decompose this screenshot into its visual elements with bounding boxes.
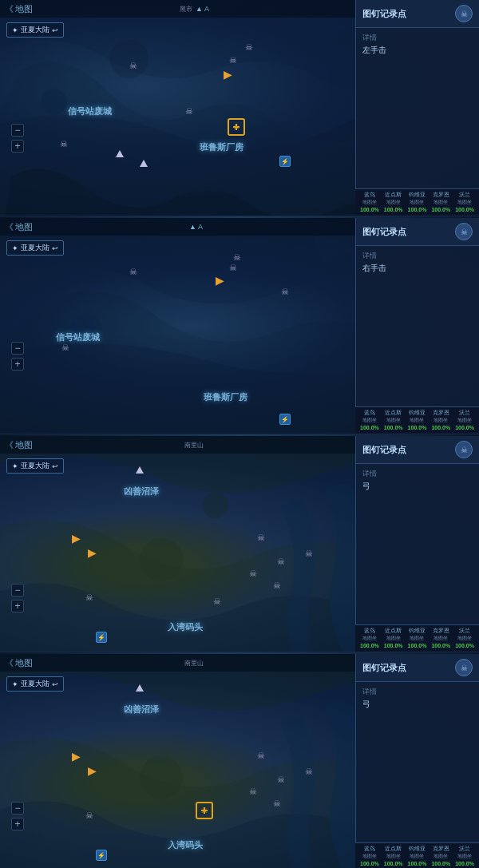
zoom-plus[interactable]: + — [11, 818, 24, 830]
stat-col: 蓝鸟 — [358, 846, 381, 852]
nav-marker: ▲ A — [196, 5, 209, 14]
stat-col: 近点斯 — [382, 628, 405, 634]
info-detail-label: 详情 — [362, 33, 473, 43]
stat-val: 100.0% — [382, 425, 405, 430]
map-panel-1: ☠☠☠☠☠☠−+▶⚡ 《 地图 黑市 ▲ A 📍 当前坐标(-221.9,304… — [0, 0, 479, 216]
stat-sub: 地图坐 — [406, 417, 429, 424]
stats-names-row: 蓝鸟近点斯钧维亚克罗恩沃兰 — [358, 410, 476, 416]
stat-col: 100.0% — [453, 207, 476, 212]
stat-col: 地图坐 — [382, 417, 405, 424]
info-detail-label: 详情 — [362, 251, 473, 261]
info-panel: 图钉记录点 ☠ 详情 弓 🗑 蓝鸟近点斯钧维亚克罗恩沃兰 地图坐地图坐地图坐地图… — [355, 436, 479, 652]
avatar-symbol: ☠ — [461, 664, 468, 672]
stat-col: 100.0% — [406, 643, 429, 648]
info-detail-label: 详情 — [362, 687, 473, 697]
brand-name: 亚夏大陆 — [21, 243, 49, 253]
stat-col: 近点斯 — [382, 846, 405, 852]
stat-col: 钧维亚 — [406, 410, 429, 416]
stat-name: 蓝鸟 — [358, 846, 381, 852]
back-button[interactable]: 《 地图 — [5, 657, 33, 669]
zoom-plus[interactable]: + — [11, 600, 24, 612]
brand-icon: ✦ — [12, 462, 18, 470]
nav-marker: ▲ A — [189, 223, 203, 231]
area-label: 入湾码头 — [168, 839, 203, 851]
stat-name: 钧维亚 — [406, 628, 429, 634]
info-detail-label: 详情 — [362, 469, 473, 479]
stat-col: 100.0% — [430, 425, 452, 430]
stats-sub-row: 地图坐地图坐地图坐地图坐地图坐 — [358, 635, 476, 642]
stat-val: 100.0% — [406, 425, 429, 430]
stat-name: 蓝鸟 — [358, 628, 381, 634]
stat-val: 100.0% — [358, 861, 381, 866]
stat-col: 蓝鸟 — [358, 628, 381, 634]
info-body: 详情 右手击 — [356, 246, 479, 414]
stats-vals-row: 100.0%100.0%100.0%100.0%100.0% — [358, 207, 476, 212]
stat-val: 100.0% — [430, 425, 452, 430]
stat-name: 钧维亚 — [406, 846, 429, 852]
stat-name: 钧维亚 — [406, 410, 429, 416]
stat-col: 地图坐 — [406, 853, 429, 860]
stat-name: 蓝鸟 — [358, 410, 381, 416]
back-icon: 《 — [5, 657, 14, 669]
stat-sub: 地图坐 — [358, 635, 381, 642]
stat-val: 100.0% — [430, 861, 452, 866]
info-panel: 图钉记录点 ☠ 详情 右手击 🗑 蓝鸟近点斯钧维亚克罗恩沃兰 地图坐地图坐地图坐… — [355, 218, 479, 434]
brand-icon: ✦ — [12, 244, 18, 252]
avatar-icon: ☠ — [455, 5, 473, 22]
stat-col: 100.0% — [430, 861, 452, 866]
svg-point-1 — [110, 39, 149, 78]
region-label: 南里山 — [184, 659, 204, 668]
info-panel-title: 图钉记录点 — [362, 662, 406, 674]
stat-col: 地图坐 — [453, 853, 476, 860]
stat-val: 100.0% — [358, 425, 381, 430]
zoom-minus[interactable]: − — [11, 584, 24, 597]
stat-sub: 地图坐 — [406, 199, 429, 206]
stat-sub: 地图坐 — [382, 635, 405, 642]
back-icon: 《 — [5, 221, 14, 233]
brand-action[interactable]: ↩ — [52, 244, 58, 252]
stat-col: 地图坐 — [430, 853, 452, 860]
stat-sub: 地图坐 — [430, 417, 452, 424]
stat-col: 克罗恩 — [430, 192, 452, 198]
stat-name: 沃兰 — [453, 410, 476, 416]
zoom-minus[interactable]: − — [11, 342, 24, 355]
area-label: 凶善沼泽 — [124, 704, 159, 715]
zoom-plus[interactable]: + — [11, 140, 24, 153]
brand-name: 亚夏大陆 — [21, 679, 49, 689]
stat-col: 地图坐 — [382, 199, 405, 206]
stat-col: 100.0% — [430, 207, 452, 212]
stat-sub: 地图坐 — [382, 853, 405, 860]
stat-col: 沃兰 — [453, 846, 476, 852]
stat-col: 钧维亚 — [406, 846, 429, 852]
info-panel: 图钉记录点 ☠ 详情 弓 🗑 蓝鸟近点斯钧维亚克罗恩沃兰 地图坐地图坐地图坐地图… — [355, 654, 479, 868]
info-body: 详情 弓 — [356, 682, 479, 850]
area-label: 班鲁斯厂房 — [204, 391, 247, 403]
stat-col: 地图坐 — [430, 635, 452, 642]
stat-val: 100.0% — [453, 643, 476, 648]
zoom-minus[interactable]: − — [11, 802, 24, 814]
stat-name: 近点斯 — [382, 628, 405, 634]
zoom-minus[interactable]: − — [11, 124, 24, 137]
stat-col: 地图坐 — [358, 635, 381, 642]
stat-col: 地图坐 — [382, 853, 405, 860]
zoom-plus[interactable]: + — [11, 358, 24, 371]
info-body: 详情 弓 — [356, 464, 479, 632]
info-header: 图钉记录点 ☠ — [356, 654, 479, 682]
stat-col: 100.0% — [406, 207, 429, 212]
brand-action[interactable]: ↩ — [52, 680, 58, 688]
stats-bar: 蓝鸟近点斯钧维亚克罗恩沃兰 地图坐地图坐地图坐地图坐地图坐 100.0%100.… — [355, 624, 479, 652]
stat-sub: 地图坐 — [358, 417, 381, 424]
brand-action[interactable]: ↩ — [52, 26, 58, 34]
stat-val: 100.0% — [453, 207, 476, 212]
stats-names-row: 蓝鸟近点斯钧维亚克罗恩沃兰 — [358, 628, 476, 634]
back-button[interactable]: 《 地图 — [5, 221, 33, 233]
info-detail-value: 右手击 — [362, 263, 473, 274]
back-button[interactable]: 《 地图 — [5, 3, 33, 15]
stat-col: 100.0% — [453, 425, 476, 430]
back-button[interactable]: 《 地图 — [5, 439, 33, 451]
stat-col: 钧维亚 — [406, 628, 429, 634]
stat-col: 100.0% — [382, 643, 405, 648]
brand-action[interactable]: ↩ — [52, 462, 58, 470]
area-label: 班鲁斯厂房 — [200, 141, 243, 153]
stat-col: 地图坐 — [453, 635, 476, 642]
